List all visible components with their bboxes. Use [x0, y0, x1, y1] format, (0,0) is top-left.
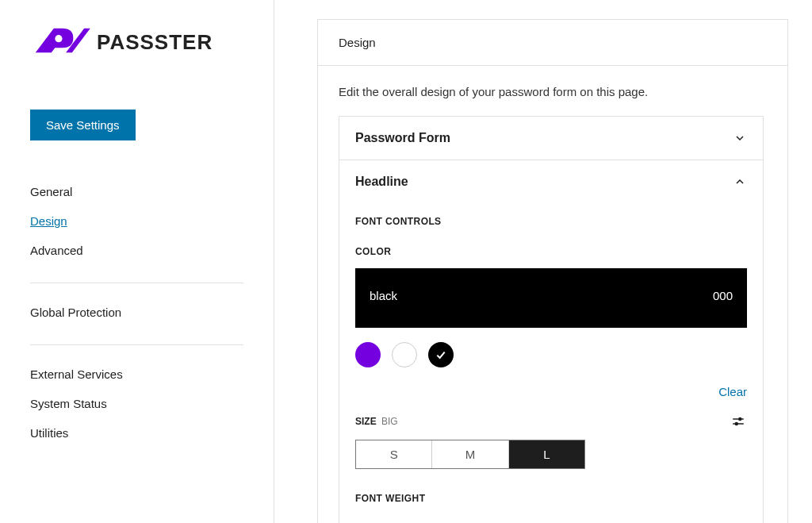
- color-label: COLOR: [355, 246, 747, 257]
- nav-item-global-protection[interactable]: Global Protection: [30, 298, 243, 327]
- swatch-black[interactable]: [428, 342, 454, 367]
- svg-point-4: [735, 423, 737, 425]
- app-root: PASSSTER Save Settings General Design Ad…: [0, 0, 812, 523]
- design-card: Design Edit the overall design of your p…: [317, 19, 788, 523]
- nav-divider: [30, 344, 243, 345]
- font-controls-label: FONT CONTROLS: [355, 216, 747, 227]
- size-button-m[interactable]: M: [432, 440, 508, 468]
- size-button-group: S M L: [355, 440, 585, 469]
- nav-divider: [30, 283, 243, 283]
- brand-logo: PASSSTER: [30, 22, 243, 62]
- section-body-headline: FONT CONTROLS COLOR black 000: [339, 216, 763, 523]
- sidebar: PASSSTER Save Settings General Design Ad…: [0, 0, 274, 523]
- passster-logo-icon: [30, 22, 92, 62]
- main-panel: Design Edit the overall design of your p…: [274, 0, 812, 523]
- custom-size-toggle[interactable]: [730, 413, 747, 430]
- brand-name: PASSSTER: [97, 30, 213, 55]
- nav-item-external-services[interactable]: External Services: [30, 360, 243, 389]
- nav-group-protection: Global Protection: [30, 298, 243, 327]
- svg-point-0: [55, 35, 62, 42]
- size-row: SIZE BIG: [355, 413, 747, 430]
- swatch-white[interactable]: [392, 342, 417, 367]
- nav-item-utilities[interactable]: Utilities: [30, 418, 243, 448]
- chevron-up-icon: [733, 175, 747, 189]
- sliders-icon: [731, 414, 745, 429]
- chevron-down-icon: [733, 131, 747, 145]
- card-body: Edit the overall design of your password…: [318, 66, 787, 523]
- font-weight-label: FONT WEIGHT: [355, 493, 747, 504]
- section-headline: Headline FONT CONTROLS COLOR black 000: [339, 160, 763, 523]
- nav-group-system: External Services System Status Utilitie…: [30, 360, 243, 448]
- sidebar-nav: General Design Advanced Global Protectio…: [30, 177, 243, 448]
- nav-item-system-status[interactable]: System Status: [30, 389, 243, 418]
- size-label-text: SIZE: [355, 416, 377, 427]
- section-header-password-form[interactable]: Password Form: [339, 117, 763, 160]
- clear-color-row: Clear: [355, 385, 747, 398]
- section-password-form: Password Form: [339, 117, 763, 160]
- section-title: Headline: [355, 175, 408, 189]
- section-header-headline[interactable]: Headline: [339, 160, 763, 203]
- nav-item-general[interactable]: General: [30, 177, 243, 206]
- size-value: BIG: [381, 416, 398, 427]
- size-label: SIZE BIG: [355, 416, 398, 427]
- nav-group-main: General Design Advanced: [30, 177, 243, 265]
- nav-item-design[interactable]: Design: [30, 206, 243, 236]
- check-icon: [435, 348, 447, 361]
- accordion: Password Form Headline: [339, 116, 764, 523]
- clear-color-link[interactable]: Clear: [718, 385, 747, 398]
- color-preview[interactable]: black 000: [355, 268, 747, 328]
- intro-text: Edit the overall design of your password…: [339, 85, 764, 116]
- color-name: black: [370, 289, 397, 302]
- size-button-l[interactable]: L: [509, 440, 584, 468]
- size-button-s[interactable]: S: [356, 440, 432, 468]
- save-settings-button[interactable]: Save Settings: [30, 110, 136, 140]
- color-value: 000: [713, 289, 733, 302]
- swatch-purple[interactable]: [355, 342, 381, 367]
- color-swatches: [355, 342, 747, 367]
- card-header: Design: [318, 20, 787, 66]
- section-title: Password Form: [355, 131, 450, 145]
- nav-item-advanced[interactable]: Advanced: [30, 236, 243, 265]
- svg-point-2: [739, 418, 741, 421]
